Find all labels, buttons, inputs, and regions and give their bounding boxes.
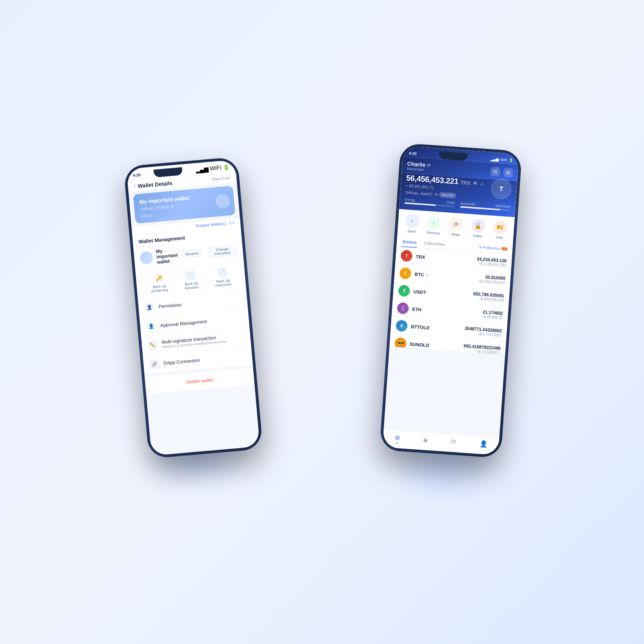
back-button[interactable]: ‹ <box>133 183 136 189</box>
phone-right-screen: 4:20 ▂▄▆ WiFi 🔋 Charlie ⇄ <box>382 146 519 455</box>
swap-icon[interactable]: ⇄ <box>427 162 431 168</box>
stake-button[interactable]: 🔒 Stake <box>470 219 486 239</box>
tron-decorative: T <box>490 177 514 202</box>
right-status-icons: ▂▄▆ WiFi 🔋 <box>490 157 513 162</box>
right-wifi-icon: WiFi <box>500 157 507 162</box>
wallet-address: THPwer...5wtfYC <box>405 190 433 196</box>
backup-keystore-label: Back Upkeystore <box>185 281 199 290</box>
send-button[interactable]: ↑ Send <box>405 214 420 234</box>
header-icons: ⊡ ⊞ <box>491 167 513 177</box>
receive-icon-btn[interactable]: ⊡ <box>491 167 501 177</box>
nav-assets-icon: ⊕ <box>394 434 400 442</box>
expand-icon[interactable]: ↗ <box>479 182 483 187</box>
left-notch <box>153 167 183 177</box>
chain-label: MainChain <box>212 176 231 182</box>
nav-assets[interactable]: ⊕ <box>394 434 400 444</box>
vote-button[interactable]: 🎫 Vote <box>492 220 507 240</box>
usdt-amount: 602,786.035091 ≈$ 606,000.199 <box>473 291 504 302</box>
phone-left: 4:20 ▂▄▆ WiFi 🔋 ‹ Wallet Details MainCha… <box>123 157 263 459</box>
right-status-time: 4:20 <box>409 151 417 156</box>
battery-icon: 🔋 <box>222 164 230 171</box>
nav-discover[interactable]: ◈ <box>423 436 428 446</box>
btt-icon: B <box>396 320 408 332</box>
scene: 4:20 ▂▄▆ WiFi 🔋 ‹ Wallet Details MainCha… <box>125 125 519 519</box>
copy-icon[interactable]: ⧉ <box>171 204 174 209</box>
tab-collectibles[interactable]: Collectibles <box>423 238 447 250</box>
sun-icon: 😎 <box>394 337 406 349</box>
eth-symbol: ETH <box>412 306 479 316</box>
charlie-info: Charlie ⇄ MainChain <box>407 161 431 172</box>
permission-label: Permission <box>158 302 182 309</box>
sort-icon: ⇅ <box>479 245 482 249</box>
usdt-icon: ₮ <box>398 285 410 297</box>
non-hd-badge: Non-HD <box>439 192 456 198</box>
stake-icon: 🔒 <box>471 219 486 233</box>
send-icon: ↑ <box>405 214 420 229</box>
nav-profile-icon: 👤 <box>479 440 487 448</box>
svg-text:T: T <box>499 185 503 193</box>
vote-icon: 🎫 <box>493 220 508 235</box>
bandwidth-label: Bandwidth <box>460 201 476 206</box>
mnemonic-icon: 📄 <box>217 267 228 278</box>
approval-icon: 👤 <box>146 321 156 331</box>
wallet-name-text: My important wallet <box>156 247 179 265</box>
nav-discover-icon: ◈ <box>423 436 429 444</box>
receive-icon: ↓ <box>427 215 441 230</box>
btc-amount: 30.810455 ≈$ 1555,934.813 <box>478 274 506 285</box>
eth-amount: 21.174682 ≈$ 85,885.35 <box>482 309 503 320</box>
nav-profile[interactable]: 👤 <box>479 440 488 450</box>
usdt-symbol: USDT <box>413 289 470 298</box>
backup-keystore[interactable]: 📄 Back Upkeystore <box>184 270 199 290</box>
left-status-icons: ▂▄▆ WiFi 🔋 <box>195 164 230 173</box>
trx-amount: 34,234,453.126 ≈$ 2,760,842.982 <box>477 256 507 267</box>
swap-button[interactable]: ⟳ Swap <box>449 217 464 237</box>
nav-history-icon: ⟳ <box>451 438 457 446</box>
nav-assets-dot <box>396 442 397 444</box>
preference-button[interactable]: ⇅ Preference +1 <box>479 245 508 251</box>
dapp-label: DApp Connection <box>164 357 200 366</box>
approval-label: Approval Management <box>160 318 207 328</box>
keystore-icon: 📄 <box>185 270 196 280</box>
private-key-icon: 🔑 <box>153 273 164 283</box>
swap-icon: ⟳ <box>449 217 464 231</box>
scan-icon-btn[interactable]: ⊞ <box>503 167 513 177</box>
backup-private-key[interactable]: 🔑 Back Upprivate key <box>150 272 169 293</box>
swap-label: Swap <box>451 232 460 237</box>
balance-currency: TRX <box>460 180 470 186</box>
wallet-card: My important wallet THPvaU...Fhn5YC ⧉ In… <box>133 186 235 224</box>
rename-button[interactable]: Rename <box>181 249 203 258</box>
phone-right-inner: 4:20 ▂▄▆ WiFi 🔋 Charlie ⇄ <box>382 146 519 455</box>
multisig-icon: ✏️ <box>147 340 158 350</box>
nav-history[interactable]: ⟳ <box>451 438 457 448</box>
backup-mnemonic-label: Back Upmnemonic <box>215 278 232 287</box>
send-label: Send <box>407 229 416 234</box>
tab-assets[interactable]: Assets <box>401 237 418 248</box>
wallet-avatar <box>140 251 153 265</box>
permission-icon: 👤 <box>144 302 155 313</box>
sunold-amount: 692.418878222498 ≈$ 13.5483871 <box>463 343 501 355</box>
btc-verified-badge: ✓ <box>425 273 429 277</box>
right-signal-icon: ▂▄▆ <box>490 157 499 161</box>
phone-left-screen: 4:20 ▂▄▆ WiFi 🔋 ‹ Wallet Details MainCha… <box>127 160 260 455</box>
add-badge: +1 <box>501 247 508 250</box>
phone-right: 4:20 ▂▄▆ WiFi 🔋 Charlie ⇄ <box>379 143 522 458</box>
right-battery-icon: 🔋 <box>508 158 513 162</box>
btc-icon: ₿ <box>399 267 411 279</box>
phone-left-inner: 4:20 ▂▄▆ WiFi 🔋 ‹ Wallet Details MainCha… <box>127 160 260 455</box>
trx-symbol: TRX <box>416 254 473 263</box>
change-password-button[interactable]: Change Password <box>207 244 238 258</box>
energy-label: Energy <box>405 197 415 202</box>
sunold-symbol: SUNOLD <box>410 341 460 350</box>
multisig-text: Multi-signature transaction Request or p… <box>161 334 226 349</box>
left-status-time: 4:20 <box>133 172 141 177</box>
trx-icon: T <box>400 250 413 262</box>
receive-button[interactable]: ↓ Receive <box>426 215 441 235</box>
wifi-icon: WiFi <box>210 165 221 172</box>
vote-label: Vote <box>496 235 503 239</box>
energy-value: 37/60 <box>447 201 455 205</box>
backup-mnemonic[interactable]: 📄 Back Upmnemonic <box>214 267 232 288</box>
preference-label: Preference <box>482 245 500 250</box>
eth-icon: Ξ <box>397 302 409 314</box>
eye-icon[interactable]: 👁 <box>472 180 478 186</box>
copy-addr-icon[interactable]: ⧉ <box>434 192 437 196</box>
